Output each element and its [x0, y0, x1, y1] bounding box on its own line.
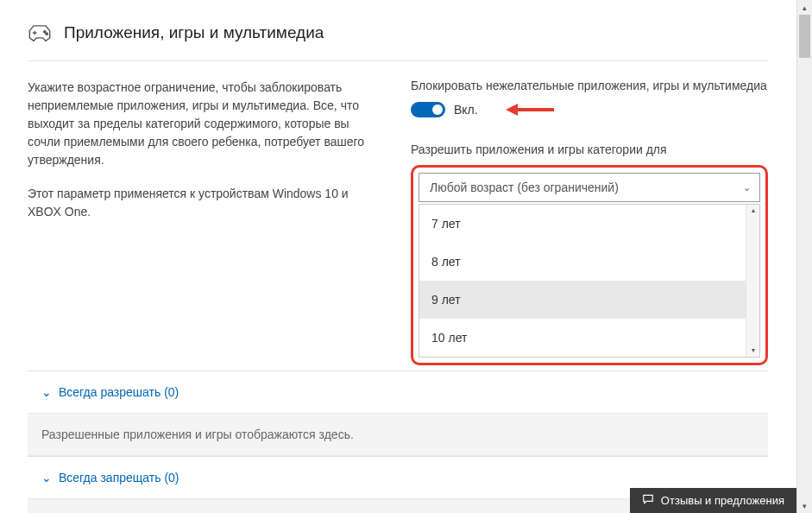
age-dropdown-list[interactable]: 7 лет 8 лет 9 лет 10 лет ▴ ▾ [419, 204, 760, 358]
chevron-down-icon: ⌄ [743, 182, 751, 193]
svg-point-1 [46, 33, 47, 35]
chevron-down-icon: ⌄ [41, 471, 52, 484]
feedback-label: Отзывы и предложения [661, 494, 784, 507]
scroll-up-icon[interactable]: ▴ [746, 205, 759, 217]
svg-marker-5 [506, 104, 518, 116]
block-apps-label: Блокировать нежелательные приложения, иг… [411, 79, 768, 92]
block-apps-toggle[interactable] [411, 102, 445, 117]
apps-desc-2: Этот параметр применяется к устройствам … [28, 185, 385, 221]
section-apps-title: Приложения, игры и мультимедиа [64, 23, 324, 42]
age-option-7[interactable]: 7 лет [419, 205, 759, 243]
annotation-highlight-box: Любой возраст (без ограничений) ⌄ 7 лет … [411, 165, 768, 365]
age-dropdown-value: Любой возраст (без ограничений) [430, 180, 619, 194]
scrollbar-thumb[interactable] [799, 15, 810, 58]
always-block-expander[interactable]: ⌄ Всегда запрещать (0) [41, 471, 768, 484]
chevron-down-icon: ⌄ [41, 385, 52, 399]
always-block-label: Всегда запрещать (0) [59, 471, 179, 484]
scroll-up-icon[interactable]: ▴ [797, 0, 812, 15]
svg-point-0 [44, 31, 46, 33]
age-option-8[interactable]: 8 лет [419, 243, 759, 281]
annotation-arrow-icon [504, 101, 556, 118]
age-dropdown[interactable]: Любой возраст (без ограничений) ⌄ [419, 173, 760, 202]
controller-icon [28, 21, 52, 45]
scroll-down-icon[interactable]: ▾ [797, 498, 812, 513]
allowed-apps-placeholder: Разрешенные приложения и игры отображают… [28, 413, 768, 456]
dropdown-scrollbar[interactable]: ▴ ▾ [746, 205, 759, 357]
always-allow-label: Всегда разрешать (0) [59, 385, 179, 399]
toggle-on-label: Вкл. [454, 103, 478, 117]
always-allow-expander[interactable]: ⌄ Всегда разрешать (0) [41, 385, 768, 399]
age-category-label: Разрешить приложения и игры категории дл… [411, 142, 768, 156]
age-option-10[interactable]: 10 лет [419, 319, 759, 357]
page-scrollbar[interactable]: ▴ ▾ [796, 0, 812, 513]
feedback-button[interactable]: Отзывы и предложения [630, 488, 796, 513]
chat-icon [642, 493, 654, 508]
scroll-down-icon[interactable]: ▾ [746, 345, 759, 357]
apps-desc-1: Укажите возрастное ограничение, чтобы за… [28, 79, 385, 169]
age-option-9[interactable]: 9 лет [419, 281, 759, 319]
